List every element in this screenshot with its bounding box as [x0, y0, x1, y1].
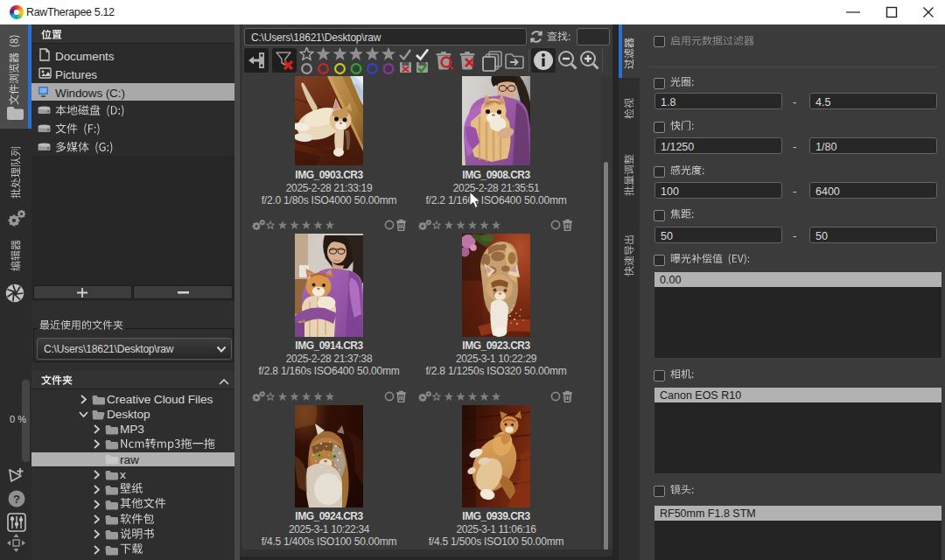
svg-text:?: ? — [13, 493, 20, 506]
